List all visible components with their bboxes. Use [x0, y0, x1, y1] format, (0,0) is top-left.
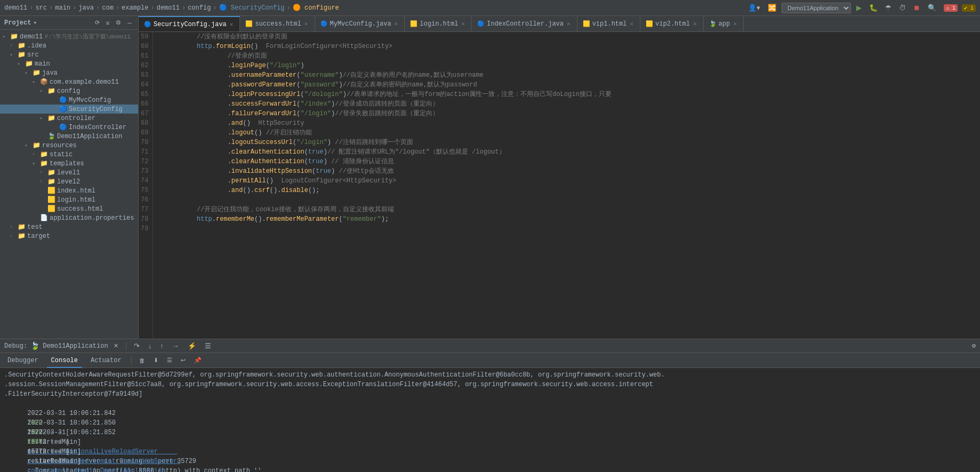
tab-vip2[interactable]: 🟨 vip2.html ✕: [640, 16, 703, 32]
tree-item-demo11[interactable]: ▾ 📁 demo11 F:\学习生活\迅雷下载\demo11: [0, 32, 138, 41]
tab-login[interactable]: 🟨 login.html ✕: [405, 16, 472, 32]
tree-item-login-html[interactable]: 🟨 login.html: [0, 195, 138, 204]
breadcrumb-securityconfig[interactable]: 🔵 SecurityConfig: [219, 4, 285, 12]
tree-item-com[interactable]: ▾ 📦 com.example.demo11: [0, 77, 138, 86]
sidebar-dropdown-arrow[interactable]: ▾: [33, 19, 37, 26]
navigate-button[interactable]: 🔀: [766, 3, 778, 13]
debug-close-button[interactable]: ✕: [111, 341, 121, 350]
code-line-74: .permitAll() LogoutConfigurer<HttpSecuri…: [166, 176, 976, 186]
tree-item-test[interactable]: › 📁 test: [0, 222, 138, 231]
tab-close-mymvc[interactable]: ✕: [393, 20, 399, 28]
debug-step-over[interactable]: ↷: [132, 341, 142, 351]
code-editor[interactable]: 59 60 61 62 63 64 65 66 67 68 69 70 71 7…: [139, 32, 980, 339]
coverage-button[interactable]: ☂: [883, 3, 894, 13]
settings-icon[interactable]: ⚙: [114, 18, 123, 27]
bottom-tabs: Debugger Console Actuator 🗑 ⬇ ☰ ↩ 📌: [0, 353, 980, 368]
tree-item-java[interactable]: ▾ 📁 java: [0, 68, 138, 77]
tab-close-success[interactable]: ✕: [303, 20, 309, 28]
breadcrumb-java[interactable]: java: [78, 4, 94, 12]
code-line-63: .usernameParameter("username")//自定义表单的用户…: [166, 70, 976, 80]
tab-app[interactable]: 🍃 app ✕: [704, 16, 744, 32]
tab-close-login[interactable]: ✕: [460, 20, 466, 28]
code-line-73: .invalidateHttpSession(true) //使Http会话无效: [166, 166, 976, 176]
code-line-79: [166, 224, 976, 234]
tree-item-idea[interactable]: › 📁 .idea: [0, 41, 138, 50]
tree-item-resources[interactable]: ▾ 📁 resources: [0, 141, 138, 150]
tree-item-config[interactable]: ▾ 📁 config: [0, 86, 138, 95]
console-filter-btn[interactable]: ☰: [165, 356, 174, 365]
console-scroll-btn[interactable]: ⬇: [151, 356, 160, 365]
update-button[interactable]: 👤▾: [746, 3, 762, 13]
breadcrumb-config[interactable]: config: [188, 4, 211, 12]
tree-item-app-props[interactable]: 📄 application.properties: [0, 213, 138, 222]
debug-frames[interactable]: ☰: [203, 341, 213, 351]
debug-label: Debug:: [4, 342, 27, 350]
arrow-resources: ▾: [25, 142, 32, 149]
tree-item-success-html[interactable]: 🟨 success.html: [0, 204, 138, 213]
tab-icon-login: 🟨: [410, 20, 417, 27]
tab-close-app[interactable]: ✕: [732, 20, 738, 28]
bottom-tab-debugger[interactable]: Debugger: [3, 353, 43, 368]
tree-item-static[interactable]: › 📁 static: [0, 150, 138, 159]
breadcrumb-demo11b[interactable]: demo11: [157, 4, 180, 12]
tree-label-config: config: [57, 87, 80, 95]
tab-mymvcconfig[interactable]: 🔵 MyMvcConfig.java ✕: [315, 16, 405, 32]
minimize-icon[interactable]: ─: [125, 18, 134, 27]
tree-item-controller[interactable]: ▾ 📁 controller: [0, 114, 138, 123]
error-badge: ⚠ 1: [944, 4, 958, 12]
logger-6[interactable]: com.example.demo11.Demo11Application: [27, 467, 181, 472]
breadcrumb-com[interactable]: com: [102, 4, 114, 12]
debug-evaluate[interactable]: ⚡: [186, 341, 198, 351]
tab-close-vip2[interactable]: ✕: [692, 20, 698, 28]
tree-label-level1: level1: [57, 169, 80, 177]
settings-icon-bottom[interactable]: ⚙: [972, 342, 976, 350]
tab-close-security[interactable]: ✕: [229, 20, 235, 28]
run-button[interactable]: ▶: [854, 3, 864, 13]
main-area: Project ▾ ⟳ ≡ ⚙ ─ ▾ 📁 demo11 F:\学习生活\迅雷下…: [0, 16, 980, 339]
debug-button[interactable]: 🐛: [867, 3, 880, 13]
tree-item-securityconfig[interactable]: 🔵 SecurityConfig: [0, 105, 138, 114]
tree-label-indexcontroller: IndexController: [69, 124, 126, 131]
tree-item-main[interactable]: ▾ 📁 main: [0, 59, 138, 68]
folder-icon-templates: 📁: [39, 159, 48, 167]
console-clear-btn[interactable]: 🗑: [137, 356, 147, 365]
code-line-61: //登录的页面: [166, 51, 976, 61]
tree-item-mymvcconfig[interactable]: 🔵 MyMvcConfig: [0, 95, 138, 105]
console-content[interactable]: .SecurityContextHolderAwareRequestFilter…: [0, 368, 980, 472]
stop-button[interactable]: ⏹: [911, 3, 922, 13]
collapse-icon[interactable]: ≡: [104, 18, 111, 27]
tab-close-vip1[interactable]: ✕: [629, 20, 634, 28]
breadcrumb-demo11[interactable]: demo11: [4, 4, 27, 12]
sync-icon[interactable]: ⟳: [93, 18, 102, 27]
debug-run-to-cursor[interactable]: →: [170, 341, 181, 351]
tree-item-level2[interactable]: › 📁 level2: [0, 177, 138, 186]
search-button[interactable]: 🔍: [926, 3, 938, 13]
tab-vip1[interactable]: 🟨 vip1.html ✕: [577, 16, 640, 32]
tab-close-indexctrl[interactable]: ✕: [566, 20, 572, 28]
tree-item-target[interactable]: › 📁 target: [0, 231, 138, 241]
code-line-78: http.rememberMe().rememberMeParameter("r…: [166, 214, 976, 224]
debug-step-out[interactable]: ↑: [158, 341, 166, 351]
tab-securityconfig[interactable]: 🔵 SecurityConfig.java ✕: [139, 16, 240, 32]
console-pin-btn[interactable]: 📌: [192, 356, 204, 365]
profile-button[interactable]: ⏱: [897, 3, 908, 13]
tab-indexcontroller[interactable]: 🔵 IndexController.java ✕: [472, 16, 577, 32]
tree-item-src[interactable]: ▾ 📁 src: [0, 50, 138, 59]
tab-label-app: app: [719, 20, 730, 28]
tree-item-level1[interactable]: › 📁 level1: [0, 168, 138, 177]
breadcrumb-example[interactable]: example: [122, 4, 148, 12]
tree-item-indexcontroller[interactable]: 🔵 IndexController: [0, 123, 138, 132]
tree-item-demo11app[interactable]: 🍃 Demo11Application: [0, 132, 138, 141]
console-wrap-btn[interactable]: ↩: [179, 356, 188, 365]
code-line-69: .logout() //开启注销功能: [166, 128, 976, 138]
debug-step-into[interactable]: ↓: [146, 341, 154, 351]
app-selector[interactable]: Demo11Application: [782, 3, 851, 13]
tree-item-index-html[interactable]: 🟨 index.html: [0, 186, 138, 195]
breadcrumb-main[interactable]: main: [55, 4, 70, 12]
tree-item-templates[interactable]: ▾ 📁 templates: [0, 159, 138, 168]
bottom-tab-actuator[interactable]: Actuator: [86, 353, 126, 368]
tab-success[interactable]: 🟨 success.html ✕: [240, 16, 315, 32]
bottom-tab-console[interactable]: Console: [47, 353, 82, 368]
breadcrumb-src[interactable]: src: [35, 4, 47, 12]
code-line-66: .successForwardUrl("/index")//登录成功后跳转的页面…: [166, 99, 976, 109]
